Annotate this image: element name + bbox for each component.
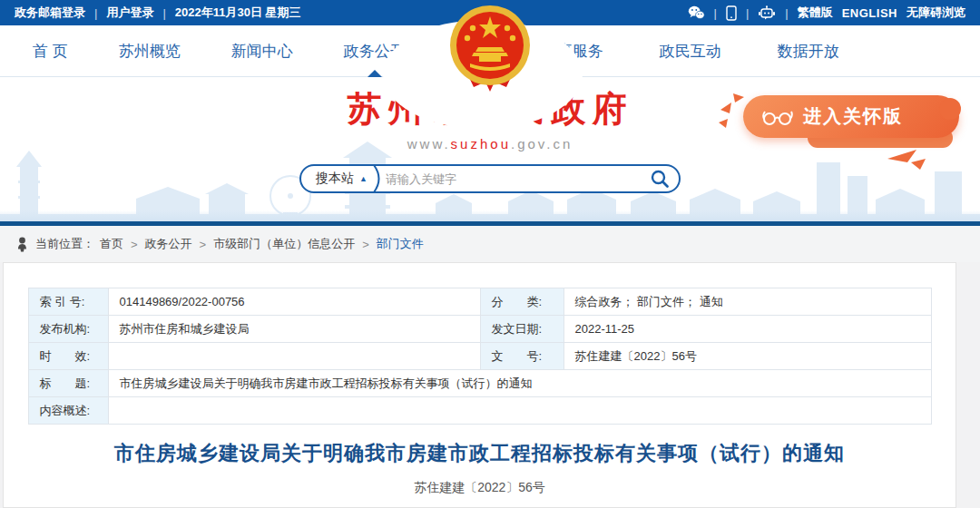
national-emblem xyxy=(445,4,535,98)
breadcrumb-item-dept-disclosure[interactable]: 市级部门（单位）信息公开 xyxy=(213,236,355,252)
breadcrumb-label: 当前位置： xyxy=(35,236,94,252)
category-value: 综合政务； 部门文件； 通知 xyxy=(564,288,931,316)
location-pin-icon xyxy=(16,237,28,252)
nav-item-home[interactable]: 首 页 xyxy=(33,25,68,77)
breadcrumb-item-dept-documents: 部门文件 xyxy=(377,236,424,252)
url-mid: suzhou xyxy=(451,136,511,151)
accessibility-link[interactable]: 无障碍浏览 xyxy=(906,5,965,21)
search-button[interactable] xyxy=(650,169,670,189)
chevron-up-icon: ▲ xyxy=(359,174,368,183)
summary-value xyxy=(108,397,931,425)
search-scope-label: 搜本站 xyxy=(316,171,354,187)
care-version-area: 进入关怀版 xyxy=(717,90,962,173)
document-card: 索 引 号: 014149869/2022-00756 分 类: 综合政务； 部… xyxy=(3,262,956,508)
issuing-agency-label: 发布机构: xyxy=(28,316,108,343)
article-title: 市住房城乡建设局关于明确我市房建市政工程招标投标有关事项（试行）的通知 xyxy=(4,440,956,467)
separator: | xyxy=(785,6,788,20)
nav-item-open-data[interactable]: 数据开放 xyxy=(778,25,839,77)
glasses-icon xyxy=(761,108,794,126)
issuing-agency-value: 苏州市住房和城乡建设局 xyxy=(108,316,480,343)
robot-icon[interactable] xyxy=(758,5,776,21)
url-prefix: www. xyxy=(407,136,451,151)
table-row: 内容概述: xyxy=(28,397,931,425)
nav-item-interaction[interactable]: 政民互动 xyxy=(660,25,721,77)
breadcrumb-separator: > xyxy=(200,238,207,251)
doc-number-value: 苏住建建〔2022〕56号 xyxy=(564,343,931,370)
title-label: 标 题: xyxy=(28,370,108,397)
user-login-link[interactable]: 用户登录 xyxy=(106,5,153,21)
table-row: 索 引 号: 014149869/2022-00756 分 类: 综合政务； 部… xyxy=(28,288,931,316)
nav-item-news-center[interactable]: 新闻中心 xyxy=(231,25,293,77)
table-row: 标 题: 市住房城乡建设局关于明确我市房建市政工程招标投标有关事项（试行）的通知 xyxy=(28,370,931,397)
category-label: 分 类: xyxy=(480,288,564,316)
english-version-link[interactable]: ENGLISH xyxy=(842,6,897,20)
search-scope-dropdown[interactable]: 搜本站 ▲ xyxy=(316,171,368,187)
separator: | xyxy=(162,6,165,20)
dot-decoration-top-right xyxy=(938,97,962,121)
index-number-value: 014149869/2022-00756 xyxy=(108,288,480,316)
issue-date-value: 2022-11-25 xyxy=(564,316,931,343)
url-suffix: .gov.cn xyxy=(511,136,573,151)
mail-login-link[interactable]: 政务邮箱登录 xyxy=(15,5,85,21)
index-number-label: 索 引 号: xyxy=(28,288,108,316)
separator: | xyxy=(94,6,97,20)
breadcrumb: 当前位置： 首页 > 政务公开 > 市级部门（单位）信息公开 > 部门文件 xyxy=(0,226,980,262)
title-value: 市住房城乡建设局关于明确我市房建市政工程招标投标有关事项（试行）的通知 xyxy=(108,370,931,397)
arrow-decoration-right xyxy=(886,146,936,173)
breadcrumb-item-gov-affairs[interactable]: 政务公开 xyxy=(145,236,192,252)
breadcrumb-item-home[interactable]: 首页 xyxy=(100,236,123,252)
breadcrumb-separator: > xyxy=(362,238,369,251)
main-content-area: 索 引 号: 014149869/2022-00756 分 类: 综合政务； 部… xyxy=(0,262,980,508)
traditional-version-link[interactable]: 繁體版 xyxy=(798,5,833,21)
summary-label: 内容概述: xyxy=(28,397,108,425)
care-button-label: 进入关怀版 xyxy=(803,104,903,129)
doc-number-label: 文 号: xyxy=(480,343,564,370)
table-row: 发布机构: 苏州市住房和城乡建设局 发文日期: 2022-11-25 xyxy=(28,316,931,343)
wechat-icon[interactable] xyxy=(688,5,705,20)
article-doc-number: 苏住建建〔2022〕56号 xyxy=(4,480,956,496)
current-date: 2022年11月30日 星期三 xyxy=(175,5,301,21)
search-input[interactable] xyxy=(386,172,650,186)
issue-date-label: 发文日期: xyxy=(480,316,564,343)
separator: | xyxy=(714,6,717,20)
scope-divider-curve xyxy=(373,165,384,192)
site-search-bar: 搜本站 ▲ xyxy=(299,164,681,193)
mobile-icon[interactable] xyxy=(726,5,737,21)
document-metadata-table: 索 引 号: 014149869/2022-00756 分 类: 综合政务； 部… xyxy=(28,288,932,425)
care-version-button[interactable]: 进入关怀版 xyxy=(743,95,959,138)
separator: | xyxy=(746,6,749,20)
table-row: 时 效: 文 号: 苏住建建〔2022〕56号 xyxy=(28,343,931,370)
validity-label: 时 效: xyxy=(28,343,108,370)
nav-item-suzhou-overview[interactable]: 苏州概览 xyxy=(119,25,181,77)
search-icon xyxy=(650,169,670,189)
breadcrumb-separator: > xyxy=(131,238,138,251)
validity-value xyxy=(108,343,480,370)
